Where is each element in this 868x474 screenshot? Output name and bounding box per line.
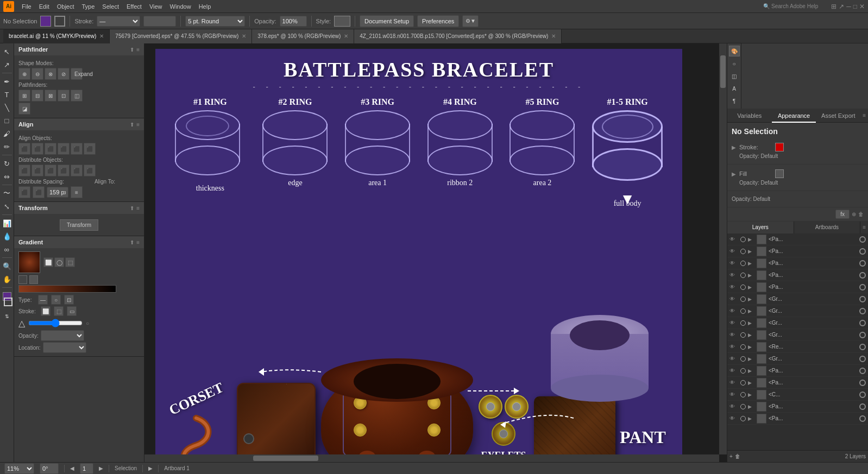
- layer-expand-icon[interactable]: ▶: [748, 285, 754, 290]
- close-icon[interactable]: ✕: [859, 3, 865, 10]
- align-header[interactable]: Align ⬆ ≡: [14, 118, 144, 130]
- document-setup-btn[interactable]: Document Setup: [360, 15, 414, 27]
- mirror-tool[interactable]: ⇔: [1, 170, 13, 182]
- stroke-style-select[interactable]: 5 pt. Round: [185, 16, 245, 27]
- layer-expand-icon[interactable]: ▶: [748, 296, 754, 302]
- eyedropper-tool[interactable]: 💧: [1, 230, 13, 242]
- layer-item[interactable]: 👁 ▶ <Gr...: [727, 293, 868, 305]
- align-center-v-btn[interactable]: ⬛: [71, 143, 83, 155]
- layer-expand-icon[interactable]: ▶: [748, 237, 754, 242]
- gradient-freeform-btn[interactable]: ⬚: [65, 257, 75, 267]
- layer-vis-icon[interactable]: 👁: [729, 296, 738, 302]
- minimize-icon[interactable]: ─: [846, 3, 851, 10]
- layer-item[interactable]: 👁 ▶ <C...: [727, 389, 868, 401]
- layer-item[interactable]: 👁 ▶ <Pa...: [727, 245, 868, 257]
- stroke-swatch-tool[interactable]: [4, 298, 12, 306]
- type-tool[interactable]: T: [1, 89, 13, 100]
- stroke-color-rp[interactable]: [775, 143, 784, 151]
- blend-tool[interactable]: ∞: [1, 243, 13, 255]
- layer-select-circle[interactable]: [859, 403, 866, 410]
- dist-right-btn[interactable]: ⬛: [45, 165, 56, 176]
- stroke-icon-1[interactable]: ⬜: [41, 306, 51, 316]
- layer-vis-icon[interactable]: 👁: [729, 260, 738, 266]
- layer-item[interactable]: 👁 ▶ <Pa...: [727, 365, 868, 377]
- tab-4z[interactable]: 4Z_2101.w018.n001.700B.p15.700 [Converte…: [354, 29, 562, 43]
- layer-vis-icon[interactable]: 👁: [729, 356, 738, 362]
- page-prev-btn[interactable]: ◀: [70, 465, 74, 471]
- layer-select-circle[interactable]: [859, 236, 866, 243]
- layer-select-circle[interactable]: [859, 380, 866, 386]
- maximize-icon[interactable]: □: [853, 3, 857, 10]
- graph-tool[interactable]: 📊: [1, 217, 13, 229]
- layer-item[interactable]: 👁 ▶ <Pa...: [727, 377, 868, 389]
- canvas-area[interactable]: BATTLEPASS BRACELET - - - - - - - - - - …: [144, 43, 727, 462]
- expand-btn[interactable]: Expand: [71, 68, 83, 80]
- layer-item[interactable]: 👁 ▶ <Pa...: [727, 401, 868, 413]
- line-tool[interactable]: ╲: [1, 102, 13, 113]
- gradient-angle-slider[interactable]: [28, 318, 83, 328]
- layers-tab[interactable]: Layers: [727, 222, 794, 233]
- artboards-tab[interactable]: Artboards: [794, 222, 861, 233]
- menu-object[interactable]: Object: [57, 3, 74, 10]
- transform-header[interactable]: Transform ⬆ ≡: [14, 202, 144, 214]
- fill-color-swatch[interactable]: [40, 16, 51, 27]
- tab-close-bracelet[interactable]: ✕: [99, 33, 104, 39]
- menu-view[interactable]: View: [149, 3, 162, 10]
- layer-select-circle[interactable]: [859, 368, 866, 374]
- minus-back-btn[interactable]: ◪: [18, 103, 30, 115]
- vertical-scrollbar[interactable]: [719, 43, 727, 454]
- menu-file[interactable]: File: [22, 3, 32, 10]
- fill-chevron[interactable]: ▶: [732, 171, 736, 177]
- location-select[interactable]: [43, 342, 86, 353]
- spacing-v-btn[interactable]: ⬛: [33, 186, 45, 198]
- layer-select-circle[interactable]: [859, 284, 866, 290]
- rp-tab-variables[interactable]: Variables: [727, 109, 772, 123]
- dist-left-btn[interactable]: ⬛: [18, 165, 30, 176]
- align-left-btn[interactable]: ⬛: [18, 143, 30, 155]
- layer-expand-icon[interactable]: ▶: [748, 344, 754, 350]
- trim-btn[interactable]: ⊟: [32, 90, 43, 102]
- fx-button[interactable]: fx: [835, 210, 850, 219]
- layer-vis-icon[interactable]: 👁: [729, 380, 738, 385]
- stroke-panel-icon[interactable]: ○: [729, 58, 740, 69]
- page-number-input[interactable]: [80, 463, 93, 474]
- search-box[interactable]: 🔍 Search Adobe Help: [763, 3, 818, 9]
- layer-expand-icon[interactable]: ▶: [748, 368, 754, 374]
- gradient-type-linear-icon[interactable]: —: [38, 295, 48, 305]
- tab-75679[interactable]: 75679 [Converted].eps* @ 47.55 % (RGB/Pr…: [110, 29, 252, 43]
- menu-select[interactable]: Select: [102, 3, 119, 10]
- layer-item[interactable]: 👁 ▶ <Pa...: [727, 413, 868, 425]
- transform-collapse-icon[interactable]: ⬆: [130, 205, 134, 211]
- layer-vis-icon[interactable]: 👁: [729, 403, 738, 409]
- align-right-btn[interactable]: ⬛: [45, 143, 56, 155]
- transform-menu-icon[interactable]: ≡: [136, 205, 140, 211]
- layer-item[interactable]: 👁 ▶ <Pa...: [727, 257, 868, 269]
- layer-select-circle[interactable]: [859, 344, 866, 350]
- divide-btn[interactable]: ⊞: [18, 90, 30, 102]
- layer-expand-icon[interactable]: ▶: [748, 380, 754, 385]
- exclude-btn[interactable]: ⊘: [58, 68, 70, 80]
- zoom-tool[interactable]: 🔍: [1, 260, 13, 272]
- layer-item[interactable]: 👁 ▶ <Pa...: [727, 281, 868, 293]
- color-guide-icon[interactable]: 🎨: [729, 46, 740, 56]
- layer-select-circle[interactable]: [859, 260, 866, 267]
- spacing-h-btn[interactable]: ⬛: [18, 186, 30, 198]
- outline-btn[interactable]: ◫: [71, 90, 83, 102]
- layer-vis-icon[interactable]: 👁: [729, 236, 738, 242]
- stroke-weight-input[interactable]: [143, 16, 176, 27]
- layer-item[interactable]: 👁 ▶ <Re...: [727, 341, 868, 353]
- stroke-select[interactable]: —: [97, 16, 140, 27]
- merge-btn[interactable]: ⊠: [45, 90, 56, 102]
- stroke-icon-2[interactable]: ⬚: [54, 306, 64, 316]
- opacity-select[interactable]: [41, 330, 84, 341]
- tab-378[interactable]: 378.eps* @ 100 % (RGB/Preview) ✕: [252, 29, 354, 43]
- layer-item[interactable]: 👁 ▶ <Pa...: [727, 269, 868, 281]
- spacing-value-input[interactable]: [47, 187, 68, 198]
- layer-select-circle[interactable]: [859, 415, 866, 422]
- gradient-collapse-icon[interactable]: ⬆: [130, 239, 134, 245]
- share-icon[interactable]: ↗: [839, 3, 844, 10]
- layer-vis-icon[interactable]: 👁: [729, 308, 738, 314]
- layer-select-circle[interactable]: [859, 272, 866, 279]
- align-menu-icon[interactable]: ≡: [136, 122, 140, 128]
- warp-tool[interactable]: 〜: [1, 187, 13, 199]
